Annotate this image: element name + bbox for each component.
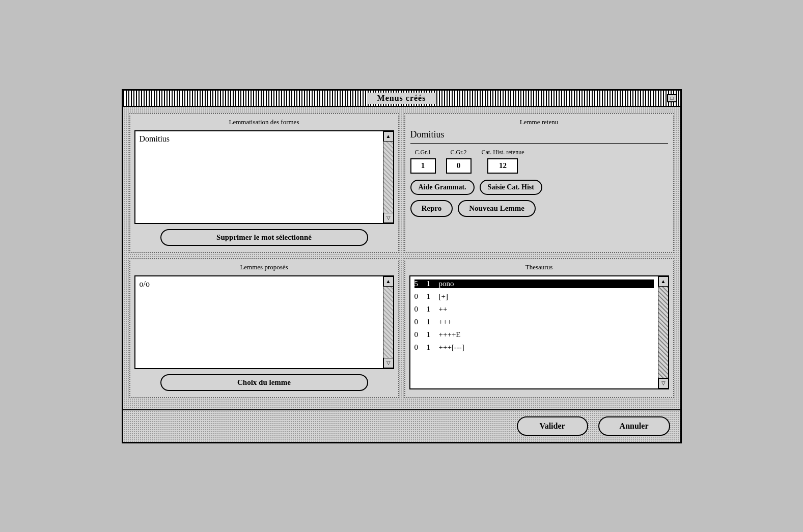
thesaurus-num2: 1 (427, 330, 435, 339)
thesaurus-text: pono (439, 279, 654, 288)
cgr1-group: C.Gr.1 1 (410, 149, 436, 174)
thesaurus-row[interactable]: 5 1 pono (414, 279, 654, 288)
cgr2-label: C.Gr.2 (450, 149, 466, 156)
lemmatisation-scrollbar: ▲ ▽ (383, 131, 393, 223)
thesaurus-num1: 0 (414, 330, 423, 339)
saisie-cat-hist-button[interactable]: Saisie Cat. Hist (480, 180, 542, 195)
scroll-track-3 (658, 287, 668, 378)
thesaurus-listbox[interactable]: 5 1 pono0 1 [+]0 1 ++0 1 +++0 (409, 275, 669, 389)
thesaurus-row[interactable]: 0 1 +++ (414, 318, 654, 326)
lemmatisation-value: Domitius (140, 134, 170, 143)
main-window: Menus créés □ Lemmatisation des formes D… (122, 89, 682, 443)
lemme-retenu-panel: Lemme retenu Domitius C.Gr.1 1 C.Gr.2 0 … (404, 113, 674, 253)
cgr2-group: C.Gr.2 0 (446, 149, 472, 174)
footer-bar: Valider Annuler (123, 409, 680, 442)
scroll-track-2 (383, 287, 393, 358)
lemmes-proposes-scrollbar: ▲ ▽ (383, 276, 393, 368)
thesaurus-num1: 0 (414, 343, 423, 352)
scroll-track (383, 142, 393, 213)
thesaurus-text: +++[---] (439, 343, 654, 352)
scroll-down-btn[interactable]: ▽ (383, 213, 394, 223)
thesaurus-num2: 1 (427, 343, 435, 352)
aide-grammat-button[interactable]: Aide Grammat. (410, 180, 475, 195)
thesaurus-num2: 1 (427, 279, 435, 288)
action-buttons-row: Aide Grammat. Saisie Cat. Hist (410, 180, 668, 195)
thesaurus-row[interactable]: 0 1 ++ (414, 305, 654, 314)
cgr2-value[interactable]: 0 (446, 158, 472, 174)
thesaurus-num2: 1 (427, 292, 435, 301)
cat-hist-label: Cat. Hist. retenue (482, 149, 524, 156)
thesaurus-row[interactable]: 0 1 +++[---] (414, 343, 654, 352)
valider-button[interactable]: Valider (517, 416, 588, 436)
scroll-down-btn-3[interactable]: ▽ (658, 378, 669, 388)
nouveau-lemme-button[interactable]: Nouveau Lemme (458, 200, 536, 217)
thesaurus-row[interactable]: 0 1 ++++E (414, 330, 654, 339)
lemmatisation-content: Domitius (135, 131, 383, 223)
thesaurus-panel: Thesaurus 5 1 pono0 1 [+]0 1 ++0 (404, 258, 674, 398)
thesaurus-num2: 1 (427, 318, 435, 326)
cgr1-label: C.Gr.1 (414, 149, 431, 156)
lemmes-proposes-content: o/o (135, 276, 383, 368)
window-title: Menus créés (367, 93, 436, 104)
thesaurus-row[interactable]: 0 1 [+] (414, 292, 654, 301)
annuler-button[interactable]: Annuler (598, 416, 670, 436)
thesaurus-text: ++ (439, 305, 654, 314)
thesaurus-text: ++++E (439, 330, 654, 339)
titlebar: Menus créés □ (123, 91, 680, 107)
lemmes-proposes-panel: Lemmes proposés o/o ▲ ▽ Choix du lemme (129, 258, 399, 398)
cat-hist-value[interactable]: 12 (487, 158, 518, 174)
lemmes-proposes-title: Lemmes proposés (134, 263, 394, 271)
repro-button[interactable]: Repro (410, 200, 453, 217)
supprimer-button[interactable]: Supprimer le mot sélectionné (160, 229, 368, 246)
lemmatisation-listbox[interactable]: Domitius ▲ ▽ (134, 130, 394, 224)
thesaurus-num2: 1 (427, 305, 435, 314)
thesaurus-num1: 5 (414, 279, 423, 288)
cgr-row: C.Gr.1 1 C.Gr.2 0 Cat. Hist. retenue 12 (410, 149, 668, 174)
thesaurus-title: Thesaurus (409, 263, 669, 271)
choix-lemme-button[interactable]: Choix du lemme (160, 374, 368, 391)
cgr1-value[interactable]: 1 (410, 158, 436, 174)
thesaurus-num1: 0 (414, 318, 423, 326)
repro-row: Repro Nouveau Lemme (410, 200, 668, 217)
thesaurus-scrollbar: ▲ ▽ (658, 276, 668, 388)
lemmatisation-panel-title: Lemmatisation des formes (134, 118, 394, 126)
close-button[interactable]: □ (667, 94, 677, 102)
thesaurus-text: [+] (439, 292, 654, 301)
main-content: Lemmatisation des formes Domitius ▲ ▽ Su… (123, 107, 680, 409)
thesaurus-text: +++ (439, 318, 654, 326)
thesaurus-num1: 0 (414, 292, 423, 301)
lemme-retenu-title: Lemme retenu (410, 118, 668, 126)
scroll-down-btn-2[interactable]: ▽ (383, 358, 394, 368)
scroll-up-btn[interactable]: ▲ (383, 131, 394, 142)
thesaurus-num1: 0 (414, 305, 423, 314)
scroll-up-btn-2[interactable]: ▲ (383, 276, 394, 287)
lemmes-proposes-listbox[interactable]: o/o ▲ ▽ (134, 275, 394, 369)
lemmatisation-panel: Lemmatisation des formes Domitius ▲ ▽ Su… (129, 113, 399, 253)
lemme-value: Domitius (410, 129, 668, 144)
scroll-up-btn-3[interactable]: ▲ (658, 276, 669, 287)
cat-hist-group: Cat. Hist. retenue 12 (482, 149, 524, 174)
thesaurus-list-content: 5 1 pono0 1 [+]0 1 ++0 1 +++0 (410, 276, 658, 388)
lemmes-proposes-value: o/o (140, 279, 150, 288)
